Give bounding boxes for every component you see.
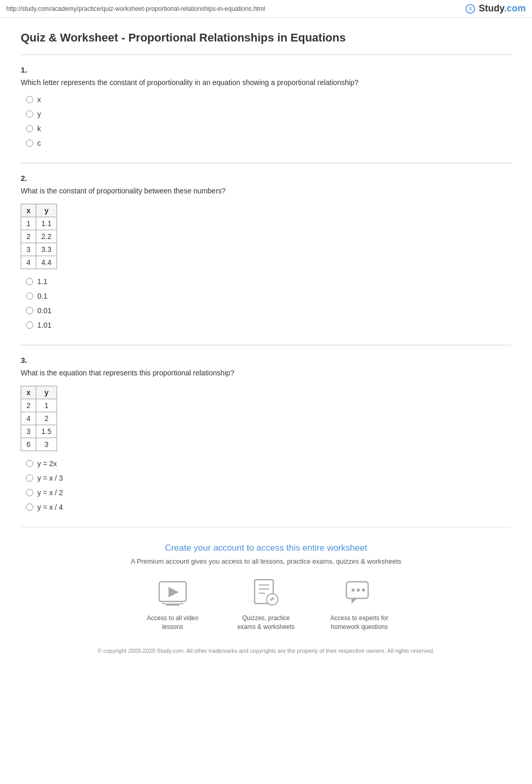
table3-r4-y: 3 [36,438,57,451]
table3-r4-x: 6 [21,438,36,451]
option-3-2-label: y = x / 3 [37,474,63,482]
table3-header-x: x [21,386,36,399]
radio-2-1[interactable] [26,278,33,285]
option-2-4[interactable]: 1.01 [26,321,511,329]
option-1-3-label: k [37,124,41,133]
option-1-2[interactable]: y [26,110,511,118]
question-1: 1. Which letter represents the constant … [21,65,511,147]
quiz-icon [250,578,282,609]
video-icon [157,578,188,609]
table2-r2-y: 2.2 [36,230,57,243]
table2-r1-x: 1 [21,217,36,230]
table2-r4-y: 4.4 [36,256,57,269]
option-3-2[interactable]: y = x / 3 [26,474,511,482]
expert-icon [344,578,375,609]
table2-header-x: x [21,204,36,217]
option-2-3[interactable]: 0.01 [26,306,511,315]
table-row: 2 2.2 [21,230,57,243]
option-3-3-label: y = x / 2 [37,488,63,497]
url-bar: http://study.com/academy/practice/quiz-w… [6,5,265,12]
radio-2-2[interactable] [26,292,33,300]
cta-feature-quiz-label: Quizzes, practice exams & worksheets [232,614,300,632]
option-2-3-label: 0.01 [37,306,51,315]
table2-r3-y: 3.3 [36,243,57,256]
question-3-number: 3. [21,356,511,365]
question-3-table: x y 2 1 4 2 3 1.5 6 3 [21,386,57,451]
table3-r2-x: 4 [21,412,36,425]
radio-3-1[interactable] [26,460,33,467]
option-2-2[interactable]: 0.1 [26,292,511,300]
option-3-4-label: y = x / 4 [37,503,63,511]
option-2-1-label: 1.1 [37,277,47,286]
cta-feature-video-label: Access to all video lessons [139,614,206,632]
option-3-4[interactable]: y = x / 4 [26,503,511,511]
option-3-1[interactable]: y = 2x [26,459,511,468]
page-title: Quiz & Worksheet - Proportional Relation… [21,30,511,55]
main-content: Quiz & Worksheet - Proportional Relation… [0,18,532,687]
divider-2 [21,345,511,345]
option-1-3[interactable]: k [26,124,511,133]
radio-1-3[interactable] [26,125,33,132]
studycom-logo-icon: S [465,4,475,14]
table3-r3-x: 3 [21,425,36,438]
table-row: 6 3 [21,438,57,451]
option-2-2-label: 0.1 [37,292,47,300]
cta-section: Create your account to access this entir… [21,527,511,666]
option-2-4-label: 1.01 [37,321,51,329]
svg-point-15 [352,589,355,592]
table2-r4-x: 4 [21,256,36,269]
option-1-4[interactable]: c [26,139,511,147]
radio-3-2[interactable] [26,474,33,482]
option-1-4-label: c [37,139,41,147]
radio-1-1[interactable] [26,96,33,103]
radio-3-4[interactable] [26,503,33,511]
table3-r2-y: 2 [36,412,57,425]
cta-title: Create your account to access this entir… [31,543,501,553]
table3-r1-y: 1 [36,399,57,412]
option-2-1[interactable]: 1.1 [26,277,511,286]
cta-feature-expert-label: Access to experts for homework questions [326,614,393,632]
svg-point-16 [357,589,360,592]
radio-2-4[interactable] [26,321,33,329]
question-2: 2. What is the constant of proportionali… [21,174,511,329]
question-2-options: 1.1 0.1 0.01 1.01 [26,277,511,329]
question-2-number: 2. [21,174,511,183]
cta-features: Access to all video lessons Quizze [31,578,501,632]
table-row: 3 1.5 [21,425,57,438]
table2-header-y: y [36,204,57,217]
svg-marker-3 [169,587,179,597]
radio-3-3[interactable] [26,489,33,496]
option-1-1-label: x [37,95,41,104]
question-1-options: x y k c [26,95,511,147]
svg-point-17 [362,589,365,592]
option-3-3[interactable]: y = x / 2 [26,488,511,497]
cta-feature-video: Access to all video lessons [139,578,206,632]
radio-1-4[interactable] [26,139,33,147]
question-3-text: What is the equation that represents thi… [21,368,511,379]
radio-2-3[interactable] [26,307,33,314]
divider-1 [21,163,511,163]
table-row: 2 1 [21,399,57,412]
footer-text: © copyright 2003-2020 Study.com. All oth… [31,647,501,656]
question-2-text: What is the constant of proportionality … [21,186,511,197]
table2-r1-y: 1.1 [36,217,57,230]
logo-text: Study.com [479,3,526,14]
cta-subtitle: A Premium account gives you access to al… [31,557,501,565]
question-3: 3. What is the equation that represents … [21,356,511,511]
option-1-1[interactable]: x [26,95,511,104]
question-1-number: 1. [21,65,511,74]
top-bar: http://study.com/academy/practice/quiz-w… [0,0,532,18]
table2-r2-x: 2 [21,230,36,243]
table-row: 3 3.3 [21,243,57,256]
table-row: 4 4.4 [21,256,57,269]
table-row: 1 1.1 [21,217,57,230]
table3-header-y: y [36,386,57,399]
question-1-text: Which letter represents the constant of … [21,77,511,88]
svg-text:S: S [469,6,472,11]
cta-feature-expert: Access to experts for homework questions [326,578,393,632]
svg-rect-4 [165,604,180,606]
radio-1-2[interactable] [26,110,33,118]
question-2-table: x y 1 1.1 2 2.2 3 3.3 4 [21,204,57,269]
logo-area: S Study.com [465,3,526,14]
table3-r1-x: 2 [21,399,36,412]
